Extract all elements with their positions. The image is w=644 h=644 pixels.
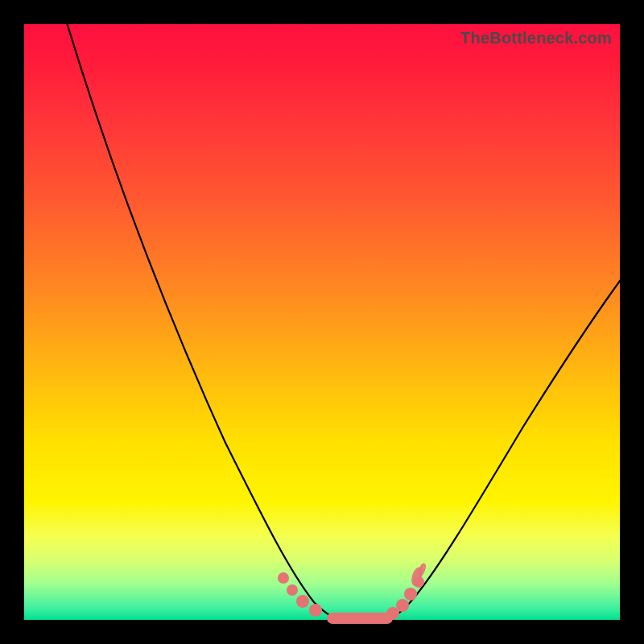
- marker-dot: [309, 604, 322, 617]
- chart-frame: TheBottleneck.com: [0, 0, 644, 644]
- curve-left-arm: [66, 20, 336, 618]
- marker-dot: [396, 599, 409, 612]
- marker-floor-blob: [327, 613, 393, 624]
- marker-dot: [404, 588, 417, 601]
- curve-overlay: [24, 24, 620, 620]
- marker-dot: [278, 572, 289, 584]
- plot-area: TheBottleneck.com: [24, 24, 620, 620]
- marker-dot: [296, 595, 309, 608]
- marker-dot: [287, 584, 298, 596]
